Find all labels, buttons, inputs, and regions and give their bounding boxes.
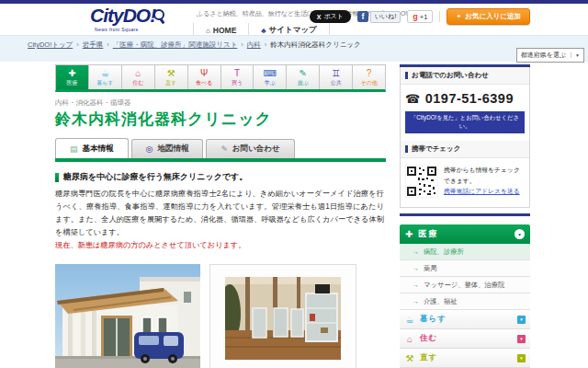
breadcrumb-link[interactable]: 「医療・病院、診療所」関連施設リスト: [113, 40, 247, 49]
collapse-button[interactable]: ▼: [514, 229, 525, 239]
sidebar-category-label: 住む: [420, 333, 513, 344]
social-buttons: X ポスト f いいね! g +1 ✦ お気に入りに追加: [310, 8, 530, 25]
category-tab[interactable]: ⌂ 住む: [122, 65, 155, 89]
main-area: ✚ 医療 ☕ 暮らす ⌂ 住む ⚒ 直す Ψ 食べる: [0, 61, 588, 368]
magnifier-icon: [153, 9, 164, 20]
menu-item-label: 介護、福祉: [424, 297, 457, 306]
sidebar-menu-items: → 病院、診療所 → 薬局 → マッサージ、整体、治療院 → 介護、福祉: [400, 244, 530, 310]
sidebar-category-medical[interactable]: ✚ 医療 ▼: [400, 224, 530, 244]
expand-icon[interactable]: ▼: [517, 335, 526, 343]
phone-number: 0197-51-6399: [425, 91, 514, 106]
like-label: いいね!: [370, 11, 401, 23]
sidebar-divider: [400, 213, 530, 216]
phone-number-row: ☎ 0197-51-6399: [401, 85, 529, 109]
mobile-heading-text: 携帯でチェック: [412, 144, 460, 154]
house-icon: ⌂: [135, 69, 141, 78]
cutlery-icon: Ψ: [200, 69, 208, 78]
content-column: ✚ 医療 ☕ 暮らす ⌂ 住む ⚒ 直す Ψ 食べる: [55, 64, 386, 368]
category-tab[interactable]: ♊ 公共: [320, 65, 353, 89]
info-tab[interactable]: ✎ お問い合わせ: [206, 139, 294, 158]
medical-cross-icon: ✚: [405, 229, 413, 239]
favorite-label: お気に入りに追加: [465, 12, 521, 21]
chevron-down-icon: ▼: [571, 52, 580, 58]
sidebar-category[interactable]: ☕ 暮らす ▼: [400, 310, 530, 329]
site-logo[interactable]: CityDO! News from Square: [90, 6, 191, 32]
google-plusone-button[interactable]: g +1: [407, 10, 433, 23]
category-tabbar: ✚ 医療 ☕ 暮らす ⌂ 住む ⚒ 直す Ψ 食べる: [55, 64, 386, 92]
info-tabs: ▤ 基本情報 ◎ 地図情報 ✎ お問い合わせ: [55, 138, 386, 158]
wrench-icon: ⚒: [404, 353, 415, 363]
menu-item-label: 薬局: [424, 264, 437, 273]
info-tab[interactable]: ▤ 基本情報: [55, 138, 129, 158]
category-tab[interactable]: ⚒ 直す: [155, 65, 188, 89]
phone-icon: ☎: [405, 92, 421, 106]
category-tab[interactable]: Ψ 食べる: [188, 65, 221, 89]
category-tab-label: 食べる: [196, 80, 212, 86]
google-icon: g: [413, 12, 418, 21]
category-tab-label: 学ぶ: [265, 80, 276, 86]
category-tab[interactable]: ✚ 医療: [56, 65, 89, 89]
breadcrumb-link[interactable]: 岩手県: [83, 40, 113, 49]
add-favorite-button[interactable]: ✦ お気に入りに追加: [447, 8, 530, 25]
phone-heading-text: お電話でのお問い合わせ: [412, 71, 489, 80]
category-tab-label: その他: [360, 80, 377, 86]
info-tab[interactable]: ◎ 地図情報: [131, 139, 204, 158]
category-tab-label: 住む: [132, 80, 143, 86]
sidebar-menu-item[interactable]: → 介護、福祉: [400, 293, 530, 310]
page-title: 鈴木内科消化器科クリニック: [55, 109, 386, 130]
heading-marker: [405, 72, 408, 79]
headline-marker: [55, 173, 59, 182]
category-tab[interactable]: T 買う: [221, 65, 254, 89]
cup-icon: ☕: [404, 315, 415, 325]
medical-cross-icon: ✚: [68, 69, 75, 78]
breadcrumb-link[interactable]: 内科: [247, 40, 271, 49]
sidebar-menu-item[interactable]: → 薬局: [400, 260, 530, 277]
favorite-icon: ✦: [456, 13, 461, 20]
sidebar-menu-item[interactable]: → マッサージ、整体、治療院: [400, 277, 530, 293]
mobile-box-heading: 携帯でチェック: [401, 141, 529, 158]
photo-frame: [209, 264, 356, 368]
document-icon: ▤: [70, 144, 78, 154]
mobile-check-text: 携帯からも情報をチェックできます。 携帯電話にアドレスを送る: [444, 165, 525, 198]
info-tab-label: 基本情報: [83, 144, 114, 155]
phone-box-heading: お電話でのお問い合わせ: [401, 67, 529, 85]
clinic-description: 糖尿病専門医の院長を中心に糖尿病療養指導士2名により、きめ細かいオーダーメイド治…: [55, 188, 384, 239]
category-tab-label: 暮らす: [96, 80, 113, 86]
sidebar-categories: ☕ 暮らす ▼ ⌂ 住む ▼ ⚒ 直す ▼ Ψ: [400, 310, 530, 368]
sidebar-menu-item[interactable]: → 病院、診療所: [400, 244, 530, 260]
sidebar: お電話でのお問い合わせ ☎ 0197-51-6399 「CityDO!を見た」と…: [400, 64, 530, 368]
clinic-subcategory: 内科・消化器科・循環器: [55, 98, 386, 108]
sidebar-category[interactable]: ⌂ 住む ▼: [400, 329, 530, 349]
category-tab[interactable]: ? その他: [353, 65, 385, 89]
category-tab-label: 買う: [232, 80, 243, 86]
sidebar-category[interactable]: ⚒ 直す ▼: [400, 349, 530, 368]
wrench-icon: ⚒: [167, 69, 175, 78]
question-icon: ?: [367, 69, 372, 78]
menu-item-label: マッサージ、整体、治療院: [424, 281, 504, 290]
sidebar-menu: ✚ 医療 ▼ → 病院、診療所 → 薬局 → マッサージ、整体、: [400, 224, 530, 368]
category-tab[interactable]: ☕ 暮らす: [89, 65, 122, 89]
computer-icon: ⌨: [264, 69, 277, 78]
expand-icon[interactable]: ▼: [517, 354, 526, 362]
menu-header-label: 医療: [418, 228, 509, 240]
logo-tagline: News from Square: [95, 27, 191, 32]
expand-icon[interactable]: ▼: [517, 316, 526, 324]
site-header: CityDO! News from Square ふるさと納税、特産品、旅行など…: [0, 4, 588, 35]
category-tab-label: 公共: [331, 80, 342, 86]
x-post-button[interactable]: X ポスト: [310, 10, 351, 23]
breadcrumb-link[interactable]: CityDO!トップ: [28, 40, 83, 49]
clinic-photos: [55, 264, 386, 368]
breadcrumb-link[interactable]: 鈴木内科消化器科クリニック: [270, 40, 360, 49]
category-tab[interactable]: ✎ 遊ぶ: [287, 65, 320, 89]
pencil-icon: ✎: [300, 69, 307, 78]
category-tab[interactable]: ⌨ 学ぶ: [254, 65, 287, 89]
breadcrumb-bar: CityDO!トップ岩手県「医療・病院、診療所」関連施設リスト内科鈴木内科消化器…: [0, 35, 588, 62]
plusone-label: +1: [420, 13, 428, 21]
send-address-link[interactable]: 携帯電話にアドレスを送る: [444, 188, 520, 194]
logo-text: CityDO!: [90, 5, 155, 26]
sidebar-category-label: 暮らす: [420, 314, 513, 325]
category-tab-label: 医療: [66, 80, 77, 86]
headline-text: 糖尿病を中心に診療を行う無床クリニックです。: [63, 171, 247, 183]
facebook-like-button[interactable]: f いいね!: [357, 11, 401, 23]
divider: [439, 11, 440, 22]
